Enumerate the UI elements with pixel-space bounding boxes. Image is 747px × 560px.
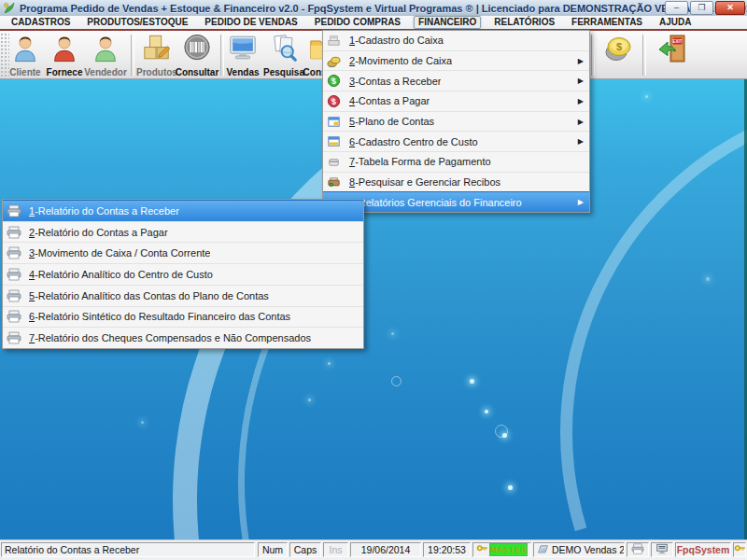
printer-icon — [631, 543, 644, 556]
menu-ferramentas[interactable]: FERRAMENTAS — [568, 17, 646, 28]
toolbar-separator — [131, 35, 134, 76]
receipts-icon — [327, 175, 344, 189]
menu-item-recibos[interactable]: 8-Pesquisar e Gerenciar Recibos — [323, 172, 589, 192]
menu-pedido-vendas[interactable]: PEDIDO DE VENDAS — [201, 17, 301, 28]
insert-indicator: Ins — [323, 542, 348, 557]
svg-text:$: $ — [331, 77, 336, 86]
page-icon — [537, 543, 549, 556]
client-person-icon — [10, 33, 40, 67]
svg-text:$: $ — [331, 97, 336, 106]
printer-icon — [7, 268, 23, 282]
seller-person-icon — [91, 33, 120, 67]
menu-item-plano-contas[interactable]: 5-Plano de Contas ▶ — [323, 111, 589, 132]
menu-item-forma-pagamento[interactable]: 7-Tabela Forma de Pagamento — [323, 151, 589, 172]
toolbar-separator — [642, 35, 646, 76]
status-date: 19/06/2014 — [350, 542, 421, 557]
menu-item-contas-receber[interactable]: $ 3-Contas a Receber ▶ — [323, 70, 589, 91]
menu-produtos-estoque[interactable]: PRODUTOS/ESTOQUE — [83, 17, 191, 28]
submenu-item-cheques-compensados[interactable]: 7-Relatório dos Cheques Compensados e Nã… — [3, 327, 363, 348]
menu-item-centro-custo[interactable]: 6-Cadastro Centro de Custo ▶ — [323, 131, 589, 151]
money-coin-icon: $ — [602, 33, 634, 68]
printer-icon — [7, 225, 23, 239]
produtos-button[interactable]: Produtos — [135, 33, 178, 77]
svg-text:$: $ — [616, 41, 622, 52]
submenu-arrow-icon: ▶ — [578, 198, 584, 206]
submenu-item-relatorio-contas-receber[interactable]: 1-Relatório do Contas a Receber — [3, 200, 363, 221]
submenu-arrow-icon: ▶ — [578, 137, 584, 146]
printer-status-panel[interactable] — [627, 542, 649, 557]
dollar-red-icon: $ — [327, 94, 344, 108]
relatorios-submenu: 1-Relatório do Contas a Receber 2-Relató… — [2, 199, 364, 349]
menu-item-cadastro-caixa[interactable]: 1-Cadastro do Caixa — [323, 31, 589, 50]
menu-financeiro[interactable]: FINANCEIRO — [414, 16, 481, 29]
pesquisa-button[interactable]: Pesquisa — [263, 33, 304, 77]
menu-relatorios[interactable]: RELATÓRIOS — [490, 17, 558, 28]
close-button[interactable]: ✕ — [715, 1, 745, 15]
submenu-item-analitico-centro-custo[interactable]: 4-Relatório Analítico do Centro de Custo — [3, 263, 363, 285]
cost-center-icon — [327, 134, 344, 148]
vendedor-button[interactable]: Vendedor — [84, 33, 127, 77]
key-icon — [734, 543, 745, 556]
status-message: Relatório do Contas a Receber — [1, 542, 255, 557]
submenu-arrow-icon: ▶ — [578, 77, 584, 85]
toolbar-separator — [591, 35, 595, 76]
submenu-arrow-icon: ▶ — [578, 97, 584, 105]
computer-status-panel[interactable] — [651, 542, 673, 557]
key-icon — [476, 543, 487, 556]
cash-register-icon — [327, 34, 344, 48]
fornecedor-button[interactable]: Fornece — [45, 33, 84, 77]
financeiro-dropdown-menu: 1-Cadastro do Caixa 2-Movimento de Caixa… — [322, 30, 590, 213]
dollar-green-icon: $ — [327, 74, 344, 88]
search-documents-icon — [269, 33, 299, 67]
menu-bar: CADASTROS PRODUTOS/ESTOQUE PEDIDO DE VEN… — [0, 16, 747, 29]
sales-monitor-icon — [228, 33, 258, 67]
dinheiro-button[interactable]: $ — [599, 33, 638, 77]
app-logo-icon — [3, 2, 16, 15]
exit-door-icon: EXIT — [657, 33, 689, 68]
barcode-icon — [182, 33, 212, 67]
svg-text:EXIT: EXIT — [672, 39, 682, 44]
products-boxes-icon — [142, 33, 172, 67]
application-window: Programa Pedido de Vendas + Estoque & Fi… — [0, 0, 747, 560]
brand-panel: FpqSystem — [675, 542, 731, 557]
brand-name: FpqSystem — [677, 544, 730, 555]
status-bar: Relatório do Contas a Receber Num Caps I… — [0, 539, 747, 560]
menu-item-movimento-caixa[interactable]: 2-Movimento de Caixa ▶ — [323, 50, 589, 71]
submenu-item-movimento-caixa[interactable]: 3-Movimento de Caixa / Conta Corrente — [3, 242, 363, 263]
menu-cadastros[interactable]: CADASTROS — [7, 17, 74, 28]
key-status-panel — [733, 542, 746, 557]
submenu-item-relatorio-contas-pagar[interactable]: 2-Relatório do Contas a Pagar — [3, 221, 363, 243]
submenu-item-sintetico-resultado[interactable]: 6-Relatório Sintético do Resultado Finan… — [3, 306, 363, 328]
printer-icon — [7, 331, 23, 345]
payment-card-icon — [327, 155, 344, 169]
window-controls: – ❐ ✕ — [665, 1, 745, 15]
cliente-button[interactable]: Cliente — [6, 33, 45, 77]
sair-button[interactable]: EXIT — [652, 33, 695, 77]
supplier-person-icon — [49, 33, 79, 67]
minimize-button[interactable]: – — [665, 1, 688, 15]
printer-icon — [7, 310, 23, 324]
menu-ajuda[interactable]: AJUDA — [655, 17, 695, 28]
app-version-panel: DEMO Vendas 2.0 — [533, 542, 625, 557]
printer-icon — [7, 246, 23, 260]
title-bar: Programa Pedido de Vendas + Estoque & Fi… — [0, 0, 747, 17]
num-lock-indicator: Num — [258, 542, 288, 557]
window-title: Programa Pedido de Vendas + Estoque & Fi… — [20, 3, 747, 14]
user-panel: MASTER — [472, 542, 531, 557]
menu-pedido-compras[interactable]: PEDIDO COMPRAS — [311, 17, 404, 28]
status-time: 19:20:53 — [423, 542, 471, 557]
consultar-button[interactable]: Consultar — [174, 33, 220, 77]
printer-icon — [7, 288, 23, 302]
coins-icon — [327, 54, 344, 68]
submenu-item-analitico-plano-contas[interactable]: 5-Relatório Analítico das Contas do Plan… — [3, 285, 363, 306]
maximize-button[interactable]: ❐ — [690, 1, 713, 15]
logged-user-badge: MASTER — [489, 543, 528, 556]
caps-lock-indicator: Caps — [289, 542, 321, 557]
submenu-arrow-icon: ▶ — [578, 118, 584, 126]
menu-item-contas-pagar[interactable]: $ 4-Contas a Pagar ▶ — [323, 91, 589, 111]
submenu-arrow-icon: ▶ — [578, 57, 584, 65]
accounts-plan-icon — [327, 115, 344, 129]
vendas-button[interactable]: Vendas — [222, 33, 263, 77]
printer-icon — [7, 203, 23, 217]
computer-icon — [655, 543, 669, 557]
